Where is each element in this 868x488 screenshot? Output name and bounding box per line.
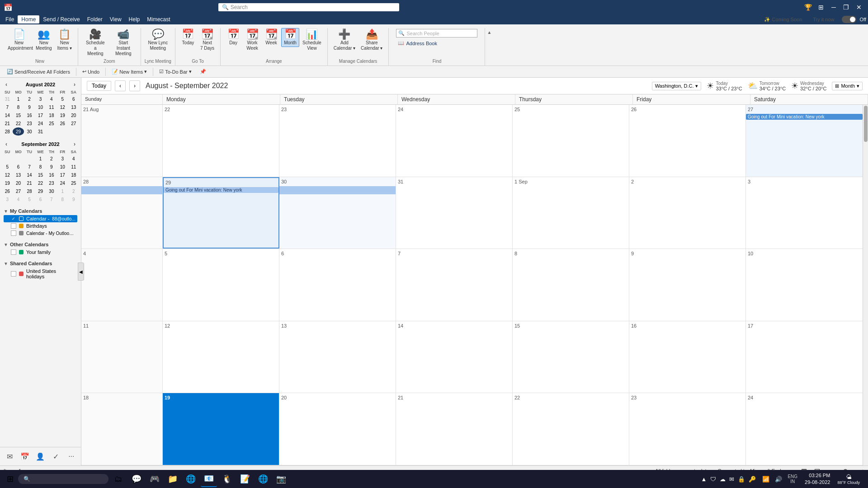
- mini-cal-date[interactable]: 19: [2, 179, 13, 187]
- new-appointment-btn[interactable]: 📄 NewAppointment: [5, 28, 33, 52]
- mini-cal-date[interactable]: 31: [35, 127, 46, 136]
- try-it-now-btn[interactable]: Try it now: [809, 16, 838, 23]
- language-indicator[interactable]: ENGIN: [786, 474, 799, 484]
- mini-cal-date[interactable]: 31: [2, 95, 13, 103]
- mini-cal-prev-btn[interactable]: ‹: [4, 80, 9, 89]
- mini-cal-date[interactable]: 19: [57, 111, 68, 119]
- mini-cal-date[interactable]: 6: [68, 95, 79, 103]
- mini-cal-date[interactable]: 21: [24, 179, 35, 187]
- cal-cell-sep1[interactable]: 1 Sep: [513, 177, 629, 249]
- shared-calendars-header[interactable]: ▼ Shared Calendars: [4, 259, 77, 267]
- taskbar-mail-sys-icon[interactable]: ✉: [728, 475, 735, 483]
- taskbar-search[interactable]: 🔍: [18, 474, 108, 484]
- todo-bar-btn[interactable]: ☑ To-Do Bar ▾: [156, 67, 195, 76]
- title-search-box[interactable]: 🔍 Search: [218, 3, 399, 11]
- cal-cell-sep22[interactable]: 22: [513, 393, 629, 465]
- calendar-checkbox[interactable]: ✓: [11, 216, 16, 221]
- mini-cal-date[interactable]: 6: [35, 195, 46, 203]
- mini-cal-date[interactable]: 8: [13, 103, 24, 111]
- mini-cal-today[interactable]: 29: [13, 127, 24, 136]
- mini-cal-date[interactable]: 9: [24, 103, 35, 111]
- mini-cal-date[interactable]: 26: [57, 119, 68, 127]
- cal-cell-aug24[interactable]: 24: [396, 105, 513, 177]
- cal-prev-btn[interactable]: ‹: [115, 80, 126, 91]
- cal-cell-sep4[interactable]: 4: [81, 249, 163, 321]
- start-button[interactable]: ⊞: [2, 471, 18, 487]
- award-icon[interactable]: 🏆: [803, 2, 814, 13]
- day-view-btn[interactable]: 📅 Day: [224, 28, 242, 47]
- taskbar-security-icon[interactable]: 🔒: [737, 475, 746, 483]
- cal-cell-aug29[interactable]: 29 Going out For Mini vacation: New york: [163, 177, 279, 249]
- weather-taskbar[interactable]: 🌤 88°F Cloudy: [835, 474, 862, 485]
- mini-cal-date[interactable]: 14: [2, 111, 13, 119]
- mini-cal-date[interactable]: 13: [13, 171, 24, 179]
- nav-tasks-btn[interactable]: ✓: [49, 450, 63, 463]
- us-holidays-checkbox[interactable]: [11, 271, 16, 277]
- new-items-toolbar-btn[interactable]: 📝 New Items ▾: [108, 67, 150, 76]
- nav-mail-btn[interactable]: ✉: [2, 450, 17, 463]
- mini-cal-date[interactable]: 22: [13, 119, 24, 127]
- cal-cell-sep21[interactable]: 21: [396, 393, 513, 465]
- mini-cal-date[interactable]: 1: [13, 95, 24, 103]
- mini-cal-date[interactable]: 24: [35, 119, 46, 127]
- nav-calendar-btn[interactable]: 📅: [18, 450, 32, 463]
- search-people-box[interactable]: 🔍 Search People: [396, 29, 477, 38]
- cal-cell-aug27[interactable]: 27 Going out For Mini vacation: New york: [746, 105, 863, 177]
- mini-cal-date[interactable]: 23: [46, 179, 57, 187]
- coming-soon-btn[interactable]: ✨ Coming Soon: [760, 16, 806, 23]
- mini-cal-date[interactable]: 5: [24, 195, 35, 203]
- calendar-item-us-holidays[interactable]: United States holidays: [4, 267, 77, 280]
- calendar-item-family[interactable]: Your family: [4, 249, 77, 256]
- mini-cal-date[interactable]: 12: [2, 171, 13, 179]
- next7days-btn[interactable]: 📆 Next7 Days: [198, 28, 217, 52]
- mini-cal-date[interactable]: 6: [13, 163, 24, 171]
- cal-cell-aug25[interactable]: 25: [513, 105, 629, 177]
- taskbar-antivirus-icon[interactable]: 🛡: [709, 475, 717, 483]
- my-calendars-header[interactable]: ▼ My Calendars: [4, 207, 77, 215]
- grid-icon[interactable]: ⊞: [816, 2, 826, 13]
- cal-cell-sep8[interactable]: 8: [513, 249, 629, 321]
- taskbar-vpn-icon[interactable]: 🔑: [748, 475, 757, 483]
- cal-next-btn[interactable]: ›: [129, 80, 140, 91]
- cal-cell-sep3[interactable]: 3: [746, 177, 863, 249]
- mini-cal-date[interactable]: 3: [35, 95, 46, 103]
- taskbar-time[interactable]: 03:26 PM 29-08-2022: [801, 472, 834, 486]
- menu-help[interactable]: Help: [125, 15, 144, 23]
- send-receive-btn[interactable]: 🔄 Send/Receive All Folders: [4, 67, 73, 76]
- event-vacation-start[interactable]: Going out For Mini vacation: New york: [746, 114, 863, 120]
- mini-cal-date[interactable]: 4: [68, 155, 79, 163]
- mini-cal-date[interactable]: 5: [57, 95, 68, 103]
- mini-cal-date[interactable]: 1: [35, 155, 46, 163]
- taskbar-chat-btn[interactable]: 💬: [128, 471, 145, 487]
- mini-cal-date[interactable]: 26: [2, 187, 13, 195]
- mini-cal-date[interactable]: 9: [46, 163, 57, 171]
- cal-cell-sep7[interactable]: 7: [396, 249, 513, 321]
- today-navigate-btn[interactable]: Today: [87, 81, 111, 91]
- cal-cell-sep19-today[interactable]: 19: [163, 393, 279, 465]
- volume-status[interactable]: 🔊: [773, 476, 784, 483]
- cal-cell-aug28[interactable]: 28: [81, 177, 163, 249]
- close-button[interactable]: ✕: [854, 2, 864, 13]
- today-btn-ribbon[interactable]: 📅 Today: [179, 28, 197, 47]
- mini-cal-date[interactable]: 3: [2, 195, 13, 203]
- cal-cell-sep12[interactable]: 12: [163, 321, 279, 393]
- mini-cal-date[interactable]: 16: [46, 171, 57, 179]
- menu-file[interactable]: File: [2, 15, 18, 23]
- taskbar-chrome-btn[interactable]: 🌐: [255, 471, 271, 487]
- mini-cal-date[interactable]: 29: [35, 187, 46, 195]
- other-calendars-header[interactable]: ▼ Other Calendars: [4, 240, 77, 249]
- cal-cell-sep14[interactable]: 14: [396, 321, 513, 393]
- cal-cell-sep18[interactable]: 18: [81, 393, 163, 465]
- cal-cell-sep16[interactable]: 16: [629, 321, 746, 393]
- nav-more-btn[interactable]: ···: [64, 450, 79, 463]
- cal-cell-sep2[interactable]: 2: [629, 177, 746, 249]
- cal-cell-sep9[interactable]: 9: [629, 249, 746, 321]
- mini-cal-date[interactable]: 7: [46, 195, 57, 203]
- mini-cal-date[interactable]: 20: [13, 179, 24, 187]
- mini-cal-date[interactable]: 18: [46, 111, 57, 119]
- taskbar-word-btn[interactable]: 📝: [237, 471, 253, 487]
- try-now-toggle[interactable]: [842, 16, 856, 23]
- mini-cal-date[interactable]: 18: [68, 171, 79, 179]
- mini-cal-next-btn[interactable]: ›: [72, 80, 77, 89]
- sidebar-collapse-btn[interactable]: ◀: [78, 263, 84, 281]
